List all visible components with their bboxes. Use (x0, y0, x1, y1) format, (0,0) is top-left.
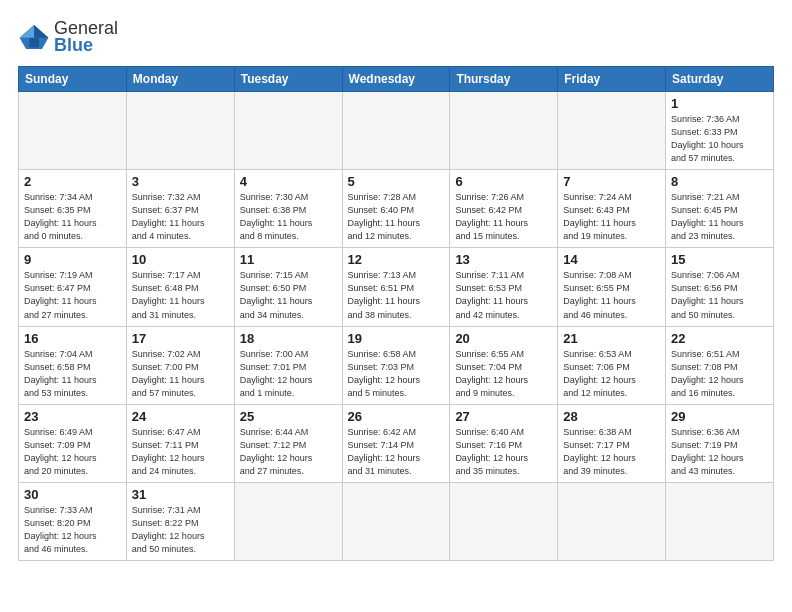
day-info: Sunrise: 6:55 AM Sunset: 7:04 PM Dayligh… (455, 348, 552, 400)
day-info: Sunrise: 7:17 AM Sunset: 6:48 PM Dayligh… (132, 269, 229, 321)
calendar-cell: 10Sunrise: 7:17 AM Sunset: 6:48 PM Dayli… (126, 248, 234, 326)
day-number: 8 (671, 174, 768, 189)
day-number: 16 (24, 331, 121, 346)
calendar-cell (450, 92, 558, 170)
weekday-header-tuesday: Tuesday (234, 67, 342, 92)
calendar-cell: 1Sunrise: 7:36 AM Sunset: 6:33 PM Daylig… (666, 92, 774, 170)
calendar-cell: 9Sunrise: 7:19 AM Sunset: 6:47 PM Daylig… (19, 248, 127, 326)
day-info: Sunrise: 7:26 AM Sunset: 6:42 PM Dayligh… (455, 191, 552, 243)
calendar-cell: 18Sunrise: 7:00 AM Sunset: 7:01 PM Dayli… (234, 326, 342, 404)
day-info: Sunrise: 6:49 AM Sunset: 7:09 PM Dayligh… (24, 426, 121, 478)
week-row-5: 23Sunrise: 6:49 AM Sunset: 7:09 PM Dayli… (19, 404, 774, 482)
calendar-cell: 19Sunrise: 6:58 AM Sunset: 7:03 PM Dayli… (342, 326, 450, 404)
day-info: Sunrise: 7:32 AM Sunset: 6:37 PM Dayligh… (132, 191, 229, 243)
day-info: Sunrise: 7:24 AM Sunset: 6:43 PM Dayligh… (563, 191, 660, 243)
day-info: Sunrise: 7:31 AM Sunset: 8:22 PM Dayligh… (132, 504, 229, 556)
calendar-cell: 14Sunrise: 7:08 AM Sunset: 6:55 PM Dayli… (558, 248, 666, 326)
day-number: 17 (132, 331, 229, 346)
calendar-cell: 5Sunrise: 7:28 AM Sunset: 6:40 PM Daylig… (342, 170, 450, 248)
day-number: 9 (24, 252, 121, 267)
day-number: 30 (24, 487, 121, 502)
day-number: 22 (671, 331, 768, 346)
calendar-cell (19, 92, 127, 170)
calendar-cell: 2Sunrise: 7:34 AM Sunset: 6:35 PM Daylig… (19, 170, 127, 248)
day-info: Sunrise: 6:38 AM Sunset: 7:17 PM Dayligh… (563, 426, 660, 478)
calendar-cell (126, 92, 234, 170)
calendar-cell: 7Sunrise: 7:24 AM Sunset: 6:43 PM Daylig… (558, 170, 666, 248)
calendar-cell: 25Sunrise: 6:44 AM Sunset: 7:12 PM Dayli… (234, 404, 342, 482)
calendar-cell: 17Sunrise: 7:02 AM Sunset: 7:00 PM Dayli… (126, 326, 234, 404)
calendar-cell: 3Sunrise: 7:32 AM Sunset: 6:37 PM Daylig… (126, 170, 234, 248)
day-info: Sunrise: 7:15 AM Sunset: 6:50 PM Dayligh… (240, 269, 337, 321)
day-number: 12 (348, 252, 445, 267)
calendar-cell (234, 482, 342, 560)
day-info: Sunrise: 6:40 AM Sunset: 7:16 PM Dayligh… (455, 426, 552, 478)
day-number: 28 (563, 409, 660, 424)
day-info: Sunrise: 7:13 AM Sunset: 6:51 PM Dayligh… (348, 269, 445, 321)
day-number: 11 (240, 252, 337, 267)
day-info: Sunrise: 7:02 AM Sunset: 7:00 PM Dayligh… (132, 348, 229, 400)
day-number: 7 (563, 174, 660, 189)
calendar-cell (342, 92, 450, 170)
weekday-header-wednesday: Wednesday (342, 67, 450, 92)
calendar-cell: 20Sunrise: 6:55 AM Sunset: 7:04 PM Dayli… (450, 326, 558, 404)
day-number: 25 (240, 409, 337, 424)
day-number: 19 (348, 331, 445, 346)
day-info: Sunrise: 7:33 AM Sunset: 8:20 PM Dayligh… (24, 504, 121, 556)
day-number: 31 (132, 487, 229, 502)
calendar-cell: 12Sunrise: 7:13 AM Sunset: 6:51 PM Dayli… (342, 248, 450, 326)
day-number: 20 (455, 331, 552, 346)
day-number: 15 (671, 252, 768, 267)
calendar-cell: 6Sunrise: 7:26 AM Sunset: 6:42 PM Daylig… (450, 170, 558, 248)
weekday-header-sunday: Sunday (19, 67, 127, 92)
calendar-cell: 23Sunrise: 6:49 AM Sunset: 7:09 PM Dayli… (19, 404, 127, 482)
logo: General Blue (18, 18, 118, 56)
day-number: 29 (671, 409, 768, 424)
calendar-cell: 24Sunrise: 6:47 AM Sunset: 7:11 PM Dayli… (126, 404, 234, 482)
day-info: Sunrise: 6:53 AM Sunset: 7:06 PM Dayligh… (563, 348, 660, 400)
svg-marker-2 (20, 25, 34, 38)
page: General Blue SundayMondayTuesdayWednesda… (0, 0, 792, 612)
day-info: Sunrise: 7:04 AM Sunset: 6:58 PM Dayligh… (24, 348, 121, 400)
calendar-table: SundayMondayTuesdayWednesdayThursdayFrid… (18, 66, 774, 561)
day-number: 23 (24, 409, 121, 424)
day-number: 1 (671, 96, 768, 111)
day-info: Sunrise: 7:28 AM Sunset: 6:40 PM Dayligh… (348, 191, 445, 243)
generalblue-logo-icon (18, 23, 50, 51)
calendar-cell: 21Sunrise: 6:53 AM Sunset: 7:06 PM Dayli… (558, 326, 666, 404)
week-row-2: 2Sunrise: 7:34 AM Sunset: 6:35 PM Daylig… (19, 170, 774, 248)
day-info: Sunrise: 7:34 AM Sunset: 6:35 PM Dayligh… (24, 191, 121, 243)
calendar-cell: 26Sunrise: 6:42 AM Sunset: 7:14 PM Dayli… (342, 404, 450, 482)
calendar-cell (558, 482, 666, 560)
svg-rect-3 (29, 38, 39, 48)
day-info: Sunrise: 7:06 AM Sunset: 6:56 PM Dayligh… (671, 269, 768, 321)
weekday-header-saturday: Saturday (666, 67, 774, 92)
day-number: 5 (348, 174, 445, 189)
calendar-cell (342, 482, 450, 560)
weekday-header-friday: Friday (558, 67, 666, 92)
weekday-header-monday: Monday (126, 67, 234, 92)
day-info: Sunrise: 7:19 AM Sunset: 6:47 PM Dayligh… (24, 269, 121, 321)
calendar-cell: 28Sunrise: 6:38 AM Sunset: 7:17 PM Dayli… (558, 404, 666, 482)
day-info: Sunrise: 7:30 AM Sunset: 6:38 PM Dayligh… (240, 191, 337, 243)
day-info: Sunrise: 6:44 AM Sunset: 7:12 PM Dayligh… (240, 426, 337, 478)
week-row-4: 16Sunrise: 7:04 AM Sunset: 6:58 PM Dayli… (19, 326, 774, 404)
week-row-1: 1Sunrise: 7:36 AM Sunset: 6:33 PM Daylig… (19, 92, 774, 170)
day-number: 13 (455, 252, 552, 267)
day-info: Sunrise: 6:42 AM Sunset: 7:14 PM Dayligh… (348, 426, 445, 478)
logo-text: General Blue (54, 18, 118, 56)
calendar-cell: 8Sunrise: 7:21 AM Sunset: 6:45 PM Daylig… (666, 170, 774, 248)
day-number: 14 (563, 252, 660, 267)
day-number: 24 (132, 409, 229, 424)
day-number: 2 (24, 174, 121, 189)
day-info: Sunrise: 6:36 AM Sunset: 7:19 PM Dayligh… (671, 426, 768, 478)
calendar-cell (558, 92, 666, 170)
calendar-cell: 31Sunrise: 7:31 AM Sunset: 8:22 PM Dayli… (126, 482, 234, 560)
day-info: Sunrise: 7:08 AM Sunset: 6:55 PM Dayligh… (563, 269, 660, 321)
calendar-cell: 22Sunrise: 6:51 AM Sunset: 7:08 PM Dayli… (666, 326, 774, 404)
calendar-cell: 29Sunrise: 6:36 AM Sunset: 7:19 PM Dayli… (666, 404, 774, 482)
svg-marker-1 (34, 25, 48, 38)
day-info: Sunrise: 7:00 AM Sunset: 7:01 PM Dayligh… (240, 348, 337, 400)
day-info: Sunrise: 6:58 AM Sunset: 7:03 PM Dayligh… (348, 348, 445, 400)
day-info: Sunrise: 6:51 AM Sunset: 7:08 PM Dayligh… (671, 348, 768, 400)
